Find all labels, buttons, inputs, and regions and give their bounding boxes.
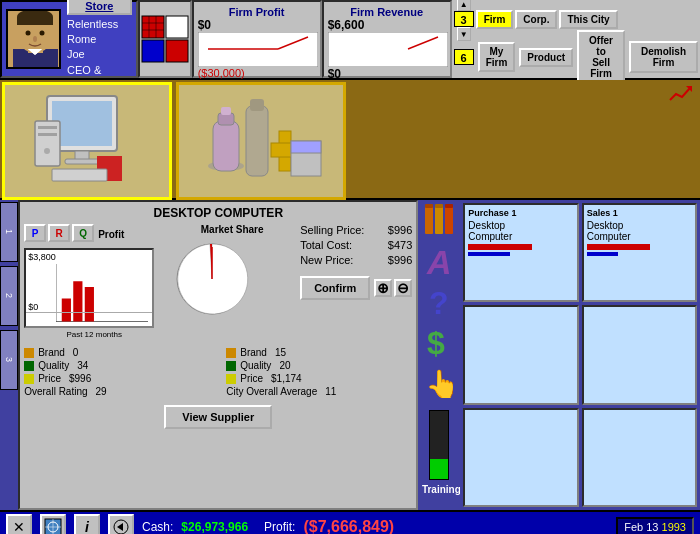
market-share-chart [172, 239, 252, 319]
stat2-price-value: $1,174 [271, 373, 302, 384]
store-display [0, 80, 700, 200]
total-cost-label: Total Cost: [300, 239, 352, 251]
svg-rect-40 [250, 99, 264, 111]
grid-cell-6[interactable] [582, 408, 697, 507]
side-tab-2[interactable]: 2 [0, 266, 18, 326]
offer-sell-button[interactable]: Offer to Sell Firm [577, 30, 625, 84]
cash-label: Cash: [142, 520, 173, 534]
sales-cell[interactable]: Sales 1 Desktop Computer [582, 203, 697, 302]
num-display-1: ▲ 3 ▼ [454, 0, 474, 41]
svg-rect-13 [166, 16, 188, 38]
stat2-price-label: Price [240, 373, 263, 384]
firm-revenue-label: Firm Revenue [328, 6, 446, 18]
price-plus-button[interactable]: ⊕ [374, 279, 392, 297]
firm-profit-value: $0 [198, 18, 316, 32]
store-name-button[interactable]: Computer Store [67, 0, 132, 15]
demolish-button[interactable]: Demolish Firm [629, 41, 698, 73]
profit-value: ($7,666,849) [303, 518, 394, 534]
svg-rect-28 [65, 159, 99, 164]
svg-rect-12 [142, 16, 164, 38]
svg-text:?: ? [429, 285, 449, 318]
purchase-cell[interactable]: Purchase 1 Desktop Computer [463, 203, 578, 302]
profile-section: Computer Store Relentless Rome Joe CEO &… [0, 0, 138, 78]
grid-cell-3[interactable] [463, 305, 578, 404]
side-tab-3[interactable]: 3 [0, 330, 18, 390]
stat2-quality-value: 20 [279, 360, 290, 371]
tab-this-city[interactable]: This City [559, 10, 617, 29]
stat2-brand-label: Brand [240, 347, 267, 358]
svg-rect-63 [435, 204, 443, 208]
date-month: Feb [624, 521, 643, 533]
avatar [6, 9, 61, 69]
tab-corp[interactable]: Corp. [515, 10, 557, 29]
dollar-icon[interactable]: $ [421, 322, 457, 358]
product-title: DESKTOP COMPUTER [24, 206, 412, 220]
stat2-quality-label: Quality [240, 360, 271, 371]
selling-price-value: $996 [388, 224, 412, 236]
svg-rect-31 [38, 133, 57, 136]
purchase-bar2 [468, 252, 510, 256]
grid-cell-5[interactable] [463, 408, 578, 507]
books-icon[interactable] [421, 202, 457, 238]
letter-a-icon[interactable]: A [421, 242, 457, 278]
side-tab-1[interactable]: 1 [0, 202, 18, 262]
stat-brand-value: 0 [73, 347, 79, 358]
chart-top-value: $3,800 [28, 252, 56, 262]
my-firm-button[interactable]: My Firm [478, 42, 516, 72]
confirm-button[interactable]: Confirm [300, 276, 370, 300]
stat-quality-value: 34 [77, 360, 88, 371]
exit-button[interactable]: ✕ [6, 514, 32, 534]
pricing-section: Selling Price: $996 Total Cost: $473 New… [300, 224, 412, 339]
total-cost-value: $473 [388, 239, 412, 251]
tab-firm[interactable]: Firm [476, 10, 514, 29]
price-minus-button[interactable]: ⊖ [394, 279, 412, 297]
back-button[interactable] [108, 514, 134, 534]
right-controls: ▲ 3 ▼ Firm Corp. This City 6 My Firm Pro… [452, 0, 700, 78]
selling-price-label: Selling Price: [300, 224, 364, 236]
person-id: Joe [67, 48, 85, 60]
new-price-value: $996 [388, 254, 412, 266]
svg-rect-57 [226, 361, 236, 371]
svg-rect-54 [24, 361, 34, 371]
right-panel: A ? $ 👆 [418, 200, 700, 510]
shelf-item-computer[interactable] [2, 82, 172, 200]
question-icon[interactable]: ? [421, 282, 457, 318]
training-section: Training [418, 406, 461, 495]
stat-price-value: $996 [69, 373, 91, 384]
profit-chart-label: Profit [98, 229, 124, 240]
map-button[interactable] [40, 514, 66, 534]
product-button[interactable]: Product [519, 48, 573, 67]
date-display: Feb 13 1993 [616, 517, 694, 534]
grid-cell-4[interactable] [582, 305, 697, 404]
product-panel: DESKTOP COMPUTER P R Q Profit $3,800 $0 [18, 200, 418, 510]
purchase-product: Desktop [468, 220, 573, 231]
firm-profit-label: Firm Profit [198, 6, 316, 18]
city-name: Rome [67, 33, 96, 45]
svg-text:👆: 👆 [425, 368, 453, 398]
num2-display: 6 [454, 49, 474, 65]
view-supplier-button[interactable]: View Supplier [164, 405, 272, 429]
new-price-label: New Price: [300, 254, 353, 266]
p-tab[interactable]: P [24, 224, 46, 242]
purchase-bar [468, 244, 531, 250]
svg-rect-26 [52, 101, 112, 146]
info-button[interactable]: i [74, 514, 100, 534]
profit-label: Profit: [264, 520, 295, 534]
r-tab[interactable]: R [48, 224, 70, 242]
purchase-sales-grid: Purchase 1 Desktop Computer Sales 1 Desk… [460, 200, 700, 510]
shelf-item-product[interactable] [176, 82, 346, 200]
stat-quality-label: Quality [38, 360, 69, 371]
q-tab[interactable]: Q [72, 224, 94, 242]
city-avg-value: 11 [325, 386, 336, 397]
svg-point-32 [44, 148, 50, 154]
num1-up-button[interactable]: ▲ [457, 0, 471, 11]
stat2-brand-value: 15 [275, 347, 286, 358]
svg-rect-55 [24, 374, 34, 384]
svg-rect-30 [38, 126, 57, 129]
svg-rect-53 [24, 348, 34, 358]
profit-chart: $3,800 $0 [24, 248, 154, 328]
hand-pointer-icon[interactable]: 👆 [421, 362, 457, 398]
svg-point-7 [40, 31, 45, 36]
left-tabs: 1 2 3 [0, 200, 18, 510]
overall-rating-value: 29 [96, 386, 107, 397]
